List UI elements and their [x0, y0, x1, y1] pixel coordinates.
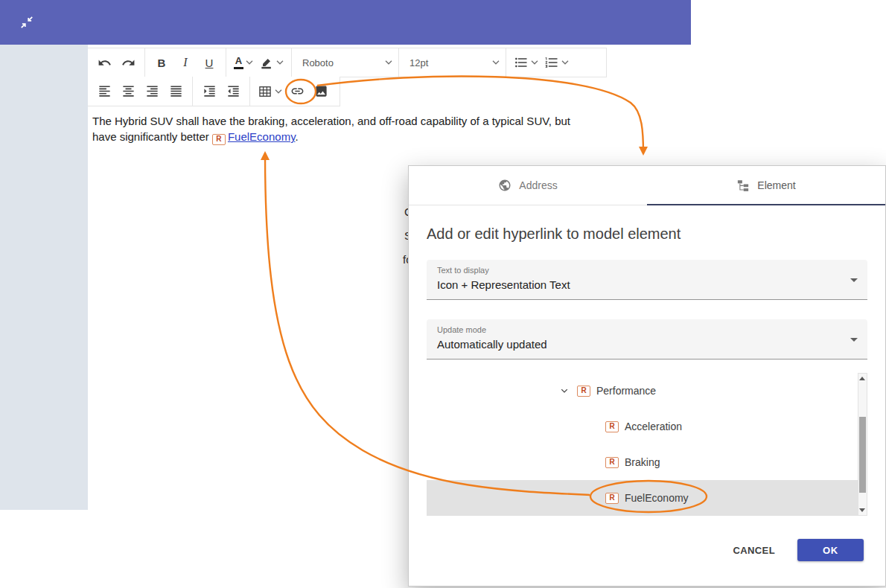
- chevron-down-icon: [492, 60, 500, 65]
- tree-item-acceleration[interactable]: R Acceleration: [427, 409, 858, 444]
- requirement-icon: R: [577, 386, 590, 397]
- align-group: [88, 77, 193, 106]
- underline-button[interactable]: U: [197, 51, 221, 74]
- left-panel: [0, 45, 88, 510]
- insert-group: [250, 77, 337, 106]
- dialog-actions: CANCEL OK: [733, 539, 864, 561]
- font-color-dropdown[interactable]: A: [231, 51, 256, 74]
- hyperlink-dialog: Address Element Add or edit hyperlink to…: [408, 165, 886, 587]
- list-group: [506, 48, 576, 77]
- text-line-1: The Hybrid SUV shall have the braking, a…: [92, 113, 685, 129]
- font-family-select[interactable]: Roboto: [296, 57, 394, 68]
- indent-group: [193, 77, 250, 106]
- redo-button[interactable]: [116, 51, 140, 74]
- field-label: Text to display: [437, 266, 857, 275]
- align-center-icon: [121, 84, 136, 98]
- undo-icon: [98, 56, 112, 70]
- field-value: Automatically updated: [437, 338, 547, 351]
- collapse-icon[interactable]: [19, 15, 34, 30]
- requirement-icon: R: [605, 421, 619, 432]
- bold-button[interactable]: B: [150, 51, 173, 74]
- chevron-down-icon: [385, 60, 392, 65]
- chevron-down-icon: [561, 60, 569, 65]
- scrollbar-thumb[interactable]: [859, 417, 866, 493]
- italic-button[interactable]: I: [173, 51, 197, 74]
- field-value: Icon + Representation Text: [437, 278, 570, 291]
- tree-item-label: Performance: [596, 385, 656, 397]
- chevron-down-icon: [246, 60, 253, 65]
- document-text[interactable]: The Hybrid SUV shall have the braking, a…: [92, 113, 685, 145]
- insert-link-button[interactable]: [285, 80, 309, 103]
- bulleted-list-icon: [514, 55, 529, 70]
- tab-address[interactable]: Address: [409, 166, 647, 205]
- table-icon: [258, 84, 273, 99]
- requirement-icon: R: [605, 457, 619, 468]
- highlighter-icon: [259, 55, 274, 70]
- cancel-button[interactable]: CANCEL: [733, 545, 775, 556]
- scroll-up-icon[interactable]: [859, 377, 865, 380]
- table-dropdown[interactable]: [255, 80, 285, 103]
- redo-icon: [121, 56, 136, 70]
- insert-image-button[interactable]: [309, 80, 333, 103]
- align-left-icon: [98, 84, 112, 98]
- align-left-button[interactable]: [92, 80, 116, 103]
- ok-button[interactable]: OK: [797, 539, 864, 561]
- globe-icon: [498, 179, 511, 192]
- text-line-2-prefix: have significantly better: [92, 130, 212, 143]
- requirement-icon: R: [212, 134, 226, 145]
- tree-item-fueleconomy[interactable]: R FuelEconomy: [427, 480, 858, 516]
- indent-decrease-button[interactable]: [221, 80, 245, 103]
- numbered-list-dropdown[interactable]: [541, 51, 572, 74]
- page: B I U A: [0, 0, 886, 588]
- align-right-button[interactable]: [140, 80, 164, 103]
- undo-button[interactable]: [92, 51, 116, 74]
- app-header: [0, 0, 691, 45]
- font-family-group: Roboto: [292, 48, 399, 77]
- font-family-value: Roboto: [302, 57, 334, 68]
- field-label: Update mode: [437, 325, 857, 334]
- history-group: [88, 48, 145, 77]
- font-size-select[interactable]: 12pt: [404, 57, 501, 68]
- indent-increase-button[interactable]: [197, 80, 221, 103]
- align-center-button[interactable]: [116, 80, 140, 103]
- chevron-down-icon: [531, 60, 538, 65]
- indent-decrease-icon: [226, 84, 240, 98]
- tree-item-label: Acceleration: [625, 421, 682, 432]
- text-line-2: have significantly better RFuelEconomy.: [92, 129, 685, 145]
- tree-item-label: Braking: [625, 456, 660, 468]
- image-icon: [314, 84, 328, 98]
- fueleconomy-link[interactable]: FuelEconomy: [228, 130, 296, 143]
- tab-address-label: Address: [519, 179, 557, 191]
- justify-button[interactable]: [164, 80, 188, 103]
- highlight-color-dropdown[interactable]: [256, 51, 287, 74]
- tab-element[interactable]: Element: [647, 166, 885, 205]
- tree-item-label: FuelEconomy: [625, 492, 689, 504]
- element-tree: R Performance R Acceleration R Braking R…: [427, 373, 867, 516]
- chevron-down-icon[interactable]: [558, 384, 571, 397]
- justify-icon: [169, 84, 183, 98]
- text-style-group: B I U: [145, 48, 226, 77]
- dialog-title: Add or edit hyperlink to model element: [427, 226, 681, 243]
- scroll-down-icon[interactable]: [859, 508, 865, 512]
- toolbar-row-1: B I U A: [88, 48, 607, 77]
- update-mode-select[interactable]: Update mode Automatically updated: [427, 319, 867, 359]
- chevron-down-icon: [275, 89, 282, 94]
- tab-element-label: Element: [757, 179, 795, 191]
- text-line-2-suffix: .: [296, 130, 299, 143]
- element-icon: [736, 179, 750, 192]
- align-right-icon: [145, 84, 159, 98]
- tree-item-performance[interactable]: R Performance: [427, 373, 858, 409]
- requirement-icon: R: [605, 493, 619, 504]
- text-to-display-select[interactable]: Text to display Icon + Representation Te…: [427, 260, 867, 300]
- chevron-down-icon: [276, 60, 284, 65]
- font-size-group: 12pt: [399, 48, 506, 77]
- numbered-list-icon: [544, 55, 559, 70]
- tree-item-braking[interactable]: R Braking: [427, 444, 858, 480]
- font-size-value: 12pt: [409, 57, 428, 68]
- toolbar-row-2: [88, 77, 340, 106]
- tree-scrollbar[interactable]: [858, 373, 867, 516]
- dropdown-arrow-icon: [850, 338, 858, 342]
- bulleted-list-dropdown[interactable]: [511, 51, 541, 74]
- dialog-tabs: Address Element: [409, 166, 885, 205]
- link-icon: [290, 84, 305, 98]
